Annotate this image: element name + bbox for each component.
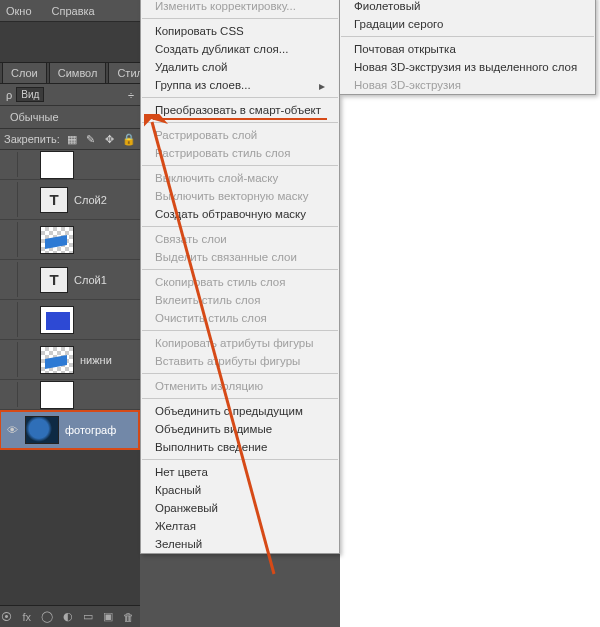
menu-window[interactable]: Окно bbox=[6, 5, 32, 17]
layer-name: нижни bbox=[80, 354, 112, 366]
visibility-icon[interactable]: 👁 bbox=[3, 414, 21, 446]
layer-thumbnail bbox=[40, 346, 74, 374]
layer-name: Слой2 bbox=[74, 194, 107, 206]
menu-item[interactable]: Зеленый bbox=[141, 535, 339, 553]
menu-item: Копировать атрибуты фигуры bbox=[141, 334, 339, 352]
layer-row[interactable]: нижни bbox=[0, 340, 140, 380]
visibility-icon[interactable] bbox=[18, 152, 36, 177]
mask-icon[interactable]: ◯ bbox=[41, 610, 53, 624]
menu-item[interactable]: Преобразовать в смарт-объект bbox=[141, 101, 339, 119]
lock-label: Закрепить: bbox=[4, 133, 60, 145]
layer-name: фотограф bbox=[65, 424, 116, 436]
menu-item[interactable]: Удалить слой bbox=[141, 58, 339, 76]
menu-item: Отменить изоляцию bbox=[141, 377, 339, 395]
filter-kind-select[interactable]: Вид bbox=[16, 87, 44, 102]
menu-item[interactable]: Копировать CSS bbox=[141, 22, 339, 40]
layer-filter-row: ρ Вид ÷ bbox=[0, 84, 140, 106]
menu-item[interactable]: Объединить видимые bbox=[141, 420, 339, 438]
group-icon[interactable]: ▭ bbox=[83, 610, 93, 624]
layer-context-menu[interactable]: Изменить корректировку...Копировать CSSС… bbox=[140, 0, 340, 554]
layer-row[interactable]: T Слой1 bbox=[0, 260, 140, 300]
layer-thumbnail bbox=[40, 226, 74, 254]
layer-thumbnail bbox=[40, 151, 74, 179]
menu-item[interactable]: Оранжевый bbox=[141, 499, 339, 517]
tab-symbol[interactable]: Символ bbox=[49, 62, 107, 83]
menu-item: Связать слои bbox=[141, 230, 339, 248]
layer-thumbnail bbox=[25, 416, 59, 444]
menu-item[interactable]: Почтовая открытка bbox=[340, 40, 595, 58]
menu-item[interactable]: Группа из слоев... bbox=[141, 76, 339, 94]
blend-mode-select[interactable]: Обычные bbox=[6, 109, 63, 125]
menu-item[interactable]: Фиолетовый bbox=[340, 0, 595, 15]
layer-thumbnail bbox=[40, 381, 74, 409]
menu-item: Выключить векторную маску bbox=[141, 187, 339, 205]
menu-item: Изменить корректировку... bbox=[141, 0, 339, 15]
lock-move-icon[interactable]: ✥ bbox=[103, 132, 116, 146]
layer-row[interactable] bbox=[0, 380, 140, 410]
menu-item[interactable]: Градации серого bbox=[340, 15, 595, 33]
menu-item: Очистить стиль слоя bbox=[141, 309, 339, 327]
lock-brush-icon[interactable]: ✎ bbox=[85, 132, 98, 146]
menu-item: Растрировать стиль слоя bbox=[141, 144, 339, 162]
menu-item: Новая 3D-экструзия bbox=[340, 76, 595, 94]
menu-item[interactable]: Объединить с предыдущим bbox=[141, 402, 339, 420]
layer-context-submenu[interactable]: ФиолетовыйГрадации серогоПочтовая открыт… bbox=[340, 0, 596, 95]
menu-item[interactable]: Нет цвета bbox=[141, 463, 339, 481]
visibility-icon[interactable] bbox=[18, 182, 36, 217]
menu-item[interactable]: Создать дубликат слоя... bbox=[141, 40, 339, 58]
layer-row[interactable]: T Слой2 bbox=[0, 180, 140, 220]
blend-mode-row: Обычные bbox=[0, 106, 140, 129]
type-layer-icon: T bbox=[40, 187, 68, 213]
menu-item: Скопировать стиль слоя bbox=[141, 273, 339, 291]
menu-item: Выключить слой-маску bbox=[141, 169, 339, 187]
new-layer-icon[interactable]: ▣ bbox=[103, 610, 113, 624]
menu-item: Выделить связанные слои bbox=[141, 248, 339, 266]
visibility-icon[interactable] bbox=[18, 382, 36, 407]
lock-row: Закрепить: ▦ ✎ ✥ 🔒 bbox=[0, 129, 140, 150]
layers-list: T Слой2 T Слой1 нижни 👁 bbox=[0, 150, 140, 450]
adjustment-icon[interactable]: ◐ bbox=[63, 610, 73, 624]
layer-row[interactable] bbox=[0, 150, 140, 180]
link-layers-icon[interactable]: ⦿ bbox=[1, 610, 12, 624]
panel-tabs: Слои Символ Стил bbox=[0, 62, 140, 84]
layer-thumbnail bbox=[40, 306, 74, 334]
layers-panel-footer: ⦿ fx ◯ ◐ ▭ ▣ 🗑 bbox=[0, 605, 140, 627]
tab-layers[interactable]: Слои bbox=[2, 62, 47, 83]
visibility-icon[interactable] bbox=[18, 222, 36, 257]
layer-row-selected[interactable]: 👁 фотограф bbox=[0, 410, 140, 450]
menu-item[interactable]: Желтая bbox=[141, 517, 339, 535]
menu-item[interactable]: Создать обтравочную маску bbox=[141, 205, 339, 223]
menu-item: Растрировать слой bbox=[141, 126, 339, 144]
menu-item[interactable]: Красный bbox=[141, 481, 339, 499]
visibility-icon[interactable] bbox=[18, 262, 36, 297]
layer-row[interactable] bbox=[0, 300, 140, 340]
menu-item: Вклеить стиль слоя bbox=[141, 291, 339, 309]
lock-transparency-icon[interactable]: ▦ bbox=[66, 132, 79, 146]
menu-item: Вставить атрибуты фигуры bbox=[141, 352, 339, 370]
layer-name: Слой1 bbox=[74, 274, 107, 286]
menu-help[interactable]: Справка bbox=[52, 5, 95, 17]
menu-item[interactable]: Новая 3D-экструзия из выделенного слоя bbox=[340, 58, 595, 76]
lock-all-icon[interactable]: 🔒 bbox=[122, 132, 136, 146]
visibility-icon[interactable] bbox=[18, 342, 36, 377]
layers-panel: Слои Символ Стил ρ Вид ÷ Обычные Закрепи… bbox=[0, 22, 140, 627]
layer-row[interactable] bbox=[0, 220, 140, 260]
menu-item[interactable]: Выполнить сведение bbox=[141, 438, 339, 456]
type-layer-icon: T bbox=[40, 267, 68, 293]
fx-icon[interactable]: fx bbox=[22, 610, 31, 624]
trash-icon[interactable]: 🗑 bbox=[123, 610, 134, 624]
visibility-icon[interactable] bbox=[18, 302, 36, 337]
